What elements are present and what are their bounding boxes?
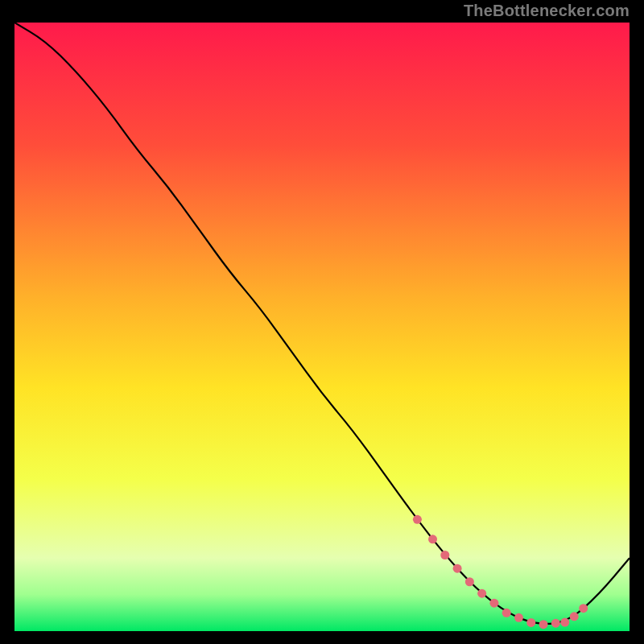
- chart-svg: [14, 23, 630, 631]
- trough-marker: [428, 535, 437, 543]
- trough-marker: [579, 604, 588, 613]
- trough-marker: [453, 564, 462, 573]
- trough-marker: [570, 612, 579, 621]
- trough-marker: [502, 609, 511, 617]
- trough-marker: [465, 577, 474, 586]
- trough-marker: [514, 613, 523, 622]
- attribution-text: TheBottlenecker.com: [464, 2, 630, 20]
- trough-marker: [477, 589, 486, 598]
- trough-marker: [413, 515, 422, 524]
- trough-marker: [539, 620, 548, 629]
- trough-marker: [440, 551, 449, 559]
- trough-marker: [489, 599, 498, 608]
- chart-background: [14, 23, 630, 631]
- chart-container: [14, 23, 630, 631]
- trough-marker: [526, 618, 535, 627]
- trough-marker: [560, 618, 569, 627]
- trough-marker: [551, 619, 560, 628]
